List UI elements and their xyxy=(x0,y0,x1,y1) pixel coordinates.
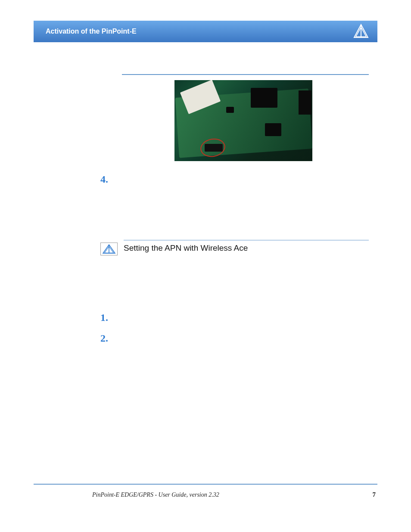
step-4-number: 4. xyxy=(100,174,108,185)
footer-page-number: 7 xyxy=(373,491,376,498)
section-title: Setting the APN with Wireless Ace xyxy=(124,243,248,253)
section-intro: To configure the APN in the modem, you w… xyxy=(122,265,368,296)
header-title: Activation of the PinPoint-E xyxy=(46,28,137,35)
step-2-text: Start Wireless Ace: Start > All Programs… xyxy=(122,333,368,353)
top-divider xyxy=(122,74,369,75)
step-4-text: Replace the cover and the screws to secu… xyxy=(122,174,368,203)
brand-logo-icon xyxy=(353,24,369,39)
board-photo xyxy=(174,80,312,161)
footer-divider xyxy=(34,484,377,485)
section-underline xyxy=(124,240,369,240)
mountain-icon xyxy=(100,243,118,255)
step-1-text: Connect the modem directly to your compu… xyxy=(122,312,368,332)
page-header: Activation of the PinPoint-E xyxy=(34,21,377,42)
footer-doc-title: PinPoint-E EDGE/GPRS - User Guide, versi… xyxy=(92,492,219,498)
step-2-number: 2. xyxy=(100,333,108,344)
step-1-number: 1. xyxy=(100,312,108,324)
